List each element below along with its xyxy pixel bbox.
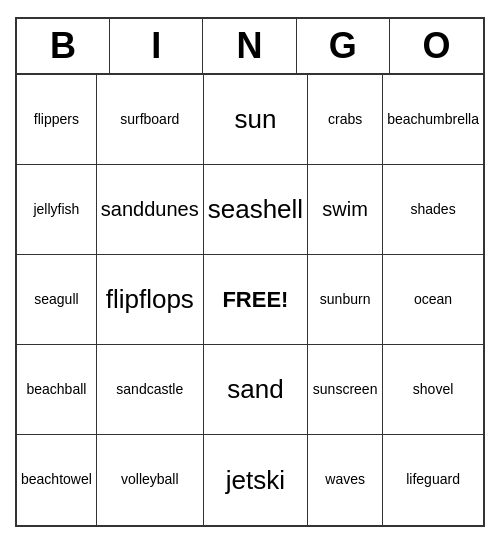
bingo-cell: shades: [383, 165, 483, 255]
bingo-cell: lifeguard: [383, 435, 483, 525]
bingo-cell: shovel: [383, 345, 483, 435]
bingo-cell: flipflops: [97, 255, 204, 345]
bingo-cell: seagull: [17, 255, 97, 345]
bingo-cell: surfboard: [97, 75, 204, 165]
bingo-cell: FREE!: [204, 255, 308, 345]
bingo-cell: sandcastle: [97, 345, 204, 435]
bingo-cell: sunscreen: [308, 345, 383, 435]
bingo-cell: beachtowel: [17, 435, 97, 525]
bingo-header-letter: B: [17, 19, 110, 73]
bingo-cell: sand: [204, 345, 308, 435]
bingo-cell: sunburn: [308, 255, 383, 345]
bingo-card: BINGO flipperssurfboardsuncrabsbeachumbr…: [15, 17, 485, 527]
bingo-cell: waves: [308, 435, 383, 525]
bingo-header-letter: G: [297, 19, 390, 73]
bingo-header-letter: I: [110, 19, 203, 73]
bingo-cell: sun: [204, 75, 308, 165]
bingo-header: BINGO: [17, 19, 483, 75]
bingo-cell: ocean: [383, 255, 483, 345]
bingo-cell: jetski: [204, 435, 308, 525]
bingo-cell: sanddunes: [97, 165, 204, 255]
bingo-cell: jellyfish: [17, 165, 97, 255]
bingo-cell: volleyball: [97, 435, 204, 525]
bingo-cell: flippers: [17, 75, 97, 165]
bingo-header-letter: N: [203, 19, 296, 73]
bingo-grid: flipperssurfboardsuncrabsbeachumbrellaje…: [17, 75, 483, 525]
bingo-cell: beachumbrella: [383, 75, 483, 165]
bingo-cell: crabs: [308, 75, 383, 165]
bingo-cell: seashell: [204, 165, 308, 255]
bingo-cell: beachball: [17, 345, 97, 435]
bingo-header-letter: O: [390, 19, 483, 73]
bingo-cell: swim: [308, 165, 383, 255]
